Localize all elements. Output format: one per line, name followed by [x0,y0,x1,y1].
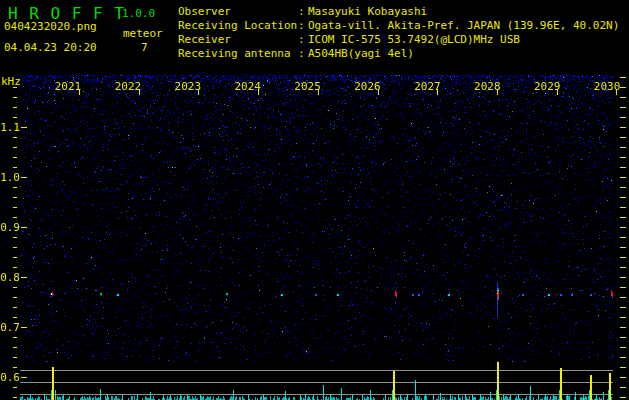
info-colon: : [298,19,308,33]
right-axis-tick [620,297,626,298]
freq-minor-tick [13,357,17,358]
freq-axis-label: 1.0 [0,171,20,184]
freq-minor-tick [13,167,17,168]
freq-axis-label: 1.1 [0,121,20,134]
time-axis-tick [79,89,80,95]
right-axis-tick [620,247,626,248]
freq-minor-tick [13,347,17,348]
time-axis-tick [616,89,617,95]
info-value: ICOM IC-575 53.7492(@LCD)MHz USB [308,33,520,47]
info-row: Observer:Masayuki Kobayashi [178,5,619,19]
right-axis-tick [620,147,626,148]
freq-minor-tick [13,307,17,308]
right-axis-tick [620,167,626,168]
freq-minor-tick [13,297,17,298]
freq-minor-tick [13,87,17,88]
freq-minor-tick [13,137,17,138]
info-label: Receiving antenna [178,47,298,61]
right-axis-tick [620,277,626,278]
time-axis-label: 2024 [234,80,261,93]
freq-axis-unit-label: kHz [1,75,21,88]
freq-minor-tick [13,207,17,208]
info-value: Masayuki Kobayashi [308,5,427,19]
right-axis-tick [620,317,626,318]
time-axis-label: 2023 [175,80,202,93]
freq-minor-tick [13,97,17,98]
freq-minor-tick [13,317,17,318]
freq-minor-tick [13,217,17,218]
meteor-echo-count: 7 [141,41,148,54]
freq-major-tick [21,227,27,228]
right-axis-tick [620,137,626,138]
time-axis-tick [437,89,438,95]
freq-minor-tick [13,247,17,248]
right-axis-tick [620,377,626,378]
info-colon: : [298,33,308,47]
info-label: Receiver [178,33,298,47]
time-axis-tick [378,89,379,95]
right-axis-tick [620,357,626,358]
freq-axis-label: 0.6 [0,371,20,384]
spectrogram-canvas [20,75,613,362]
right-axis-tick [620,327,626,328]
app-version: 1.0.0 [122,7,155,20]
right-axis-tick [620,177,626,178]
amplitude-graph-canvas [20,362,613,400]
freq-minor-tick [13,157,17,158]
right-axis-tick [620,397,626,398]
info-value: Ogata-vill. Akita-Pref. JAPAN (139.96E, … [308,19,619,33]
freq-minor-tick [13,337,17,338]
right-axis-tick [620,157,626,158]
time-axis-tick [139,89,140,95]
right-axis-tick [620,227,626,228]
info-label: Observer [178,5,298,19]
right-axis-tick [620,337,626,338]
right-axis-tick [620,307,626,308]
output-filename: 0404232020.png [4,20,97,33]
right-axis-tick [620,107,626,108]
observation-datetime: 04.04.23 20:20 [4,41,97,54]
freq-minor-tick [13,397,17,398]
right-axis-tick [620,267,626,268]
right-axis-tick [620,77,626,78]
right-axis-tick [620,287,626,288]
info-value: A504HB(yagi 4el) [308,47,414,61]
time-axis-label: 2022 [115,80,142,93]
freq-minor-tick [13,117,17,118]
info-row: Receiver:ICOM IC-575 53.7492(@LCD)MHz US… [178,33,619,47]
freq-axis-label: 0.8 [0,271,20,284]
freq-minor-tick [13,107,17,108]
time-axis-tick [557,89,558,95]
time-axis-tick [318,89,319,95]
time-axis-tick [198,89,199,95]
right-axis-tick [620,347,626,348]
right-axis-tick [620,387,626,388]
observation-mode: meteor [123,27,163,40]
freq-minor-tick [13,387,17,388]
freq-major-tick [21,177,27,178]
time-axis-tick [258,89,259,95]
right-axis-tick [620,197,626,198]
right-axis-tick [620,237,626,238]
freq-minor-tick [13,237,17,238]
info-row: Receiving antenna:A504HB(yagi 4el) [178,47,619,61]
freq-major-tick [21,127,27,128]
right-axis-tick [620,87,626,88]
freq-minor-tick [13,287,17,288]
hrofft-output-image: H R O F F T 1.0.0 0404232020.png meteor … [0,0,629,400]
right-axis-tick [620,127,626,128]
freq-major-tick [21,277,27,278]
info-colon: : [298,5,308,19]
right-axis-tick [620,187,626,188]
right-axis-tick [620,257,626,258]
freq-major-tick [21,377,27,378]
freq-axis-label: 0.9 [0,221,20,234]
right-axis-tick [620,207,626,208]
freq-major-tick [21,327,27,328]
freq-minor-tick [13,147,17,148]
freq-minor-tick [13,197,17,198]
time-axis-tick [497,89,498,95]
right-axis-tick [620,117,626,118]
station-info-table: Observer:Masayuki KobayashiReceiving Loc… [178,5,619,61]
time-axis-label: 2021 [55,80,82,93]
